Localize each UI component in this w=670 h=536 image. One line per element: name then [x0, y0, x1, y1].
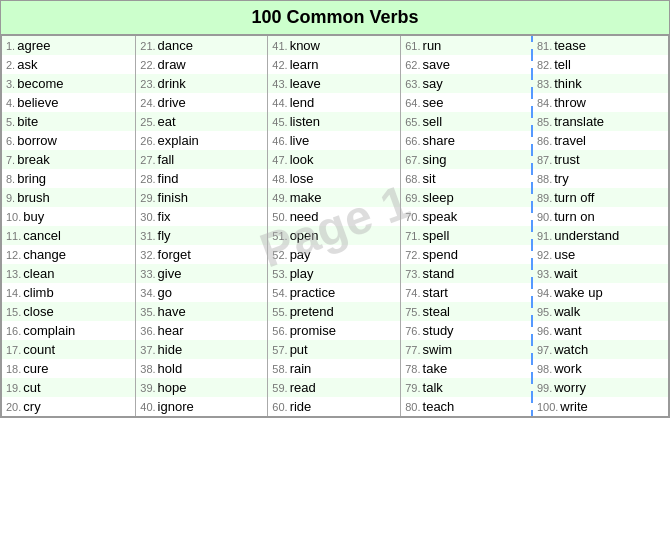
- list-item: 91.understand: [532, 226, 668, 245]
- list-item: 3.become: [2, 74, 136, 93]
- verb-word: study: [423, 323, 454, 338]
- verb-word: sell: [423, 114, 443, 129]
- list-item: 29.finish: [136, 188, 268, 207]
- item-number: 94.: [537, 287, 552, 299]
- table-row: 1.agree21.dance41.know61.run81.tease: [2, 36, 668, 55]
- verb-word: save: [423, 57, 450, 72]
- list-item: 28.find: [136, 169, 268, 188]
- table-row: 20.cry40.ignore60.ride80.teach100.write: [2, 397, 668, 416]
- verb-word: speak: [423, 209, 458, 224]
- item-number: 89.: [537, 192, 552, 204]
- list-item: 56.promise: [268, 321, 401, 340]
- item-number: 78.: [405, 363, 420, 375]
- list-item: 69.sleep: [401, 188, 532, 207]
- verb-word: know: [290, 38, 320, 53]
- verb-word: become: [17, 76, 63, 91]
- list-item: 5.bite: [2, 112, 136, 131]
- item-number: 32.: [140, 249, 155, 261]
- verb-word: explain: [158, 133, 199, 148]
- list-item: 30.fix: [136, 207, 268, 226]
- list-item: 34.go: [136, 283, 268, 302]
- verb-word: rain: [290, 361, 312, 376]
- list-item: 35.have: [136, 302, 268, 321]
- table-row: 18.cure38.hold58.rain78.take98.work: [2, 359, 668, 378]
- list-item: 16.complain: [2, 321, 136, 340]
- verb-word: believe: [17, 95, 58, 110]
- item-number: 92.: [537, 249, 552, 261]
- verb-word: practice: [290, 285, 336, 300]
- verb-word: cry: [23, 399, 40, 414]
- verb-word: walk: [554, 304, 580, 319]
- verb-word: drive: [158, 95, 186, 110]
- item-number: 2.: [6, 59, 15, 71]
- list-item: 7.break: [2, 150, 136, 169]
- list-item: 37.hide: [136, 340, 268, 359]
- item-number: 24.: [140, 97, 155, 109]
- verb-word: watch: [554, 342, 588, 357]
- item-number: 87.: [537, 154, 552, 166]
- verb-word: say: [423, 76, 443, 91]
- table-row: 11.cancel31.fly51.open71.spell91.underst…: [2, 226, 668, 245]
- verb-word: buy: [23, 209, 44, 224]
- item-number: 37.: [140, 344, 155, 356]
- verb-word: find: [158, 171, 179, 186]
- verb-word: listen: [290, 114, 320, 129]
- item-number: 54.: [272, 287, 287, 299]
- table-row: 13.clean33.give53.play73.stand93.wait: [2, 264, 668, 283]
- list-item: 99.worry: [532, 378, 668, 397]
- verb-word: agree: [17, 38, 50, 53]
- verb-word: tease: [554, 38, 586, 53]
- item-number: 60.: [272, 401, 287, 413]
- verb-word: change: [23, 247, 66, 262]
- item-number: 6.: [6, 135, 15, 147]
- list-item: 31.fly: [136, 226, 268, 245]
- item-number: 43.: [272, 78, 287, 90]
- list-item: 79.talk: [401, 378, 532, 397]
- verb-word: translate: [554, 114, 604, 129]
- verb-word: want: [554, 323, 581, 338]
- item-number: 65.: [405, 116, 420, 128]
- item-number: 90.: [537, 211, 552, 223]
- item-number: 96.: [537, 325, 552, 337]
- table-container: Page 1 1.agree21.dance41.know61.run81.te…: [0, 34, 670, 418]
- verb-word: cut: [23, 380, 40, 395]
- verb-word: learn: [290, 57, 319, 72]
- list-item: 81.tease: [532, 36, 668, 55]
- item-number: 21.: [140, 40, 155, 52]
- list-item: 62.save: [401, 55, 532, 74]
- verb-word: give: [158, 266, 182, 281]
- list-item: 9.brush: [2, 188, 136, 207]
- verb-word: close: [23, 304, 53, 319]
- list-item: 93.wait: [532, 264, 668, 283]
- table-row: 10.buy30.fix50.need70.speak90.turn on: [2, 207, 668, 226]
- item-number: 81.: [537, 40, 552, 52]
- item-number: 83.: [537, 78, 552, 90]
- item-number: 93.: [537, 268, 552, 280]
- verb-word: live: [290, 133, 310, 148]
- item-number: 20.: [6, 401, 21, 413]
- table-row: 5.bite25.eat45.listen65.sell85.translate: [2, 112, 668, 131]
- list-item: 2.ask: [2, 55, 136, 74]
- item-number: 86.: [537, 135, 552, 147]
- item-number: 14.: [6, 287, 21, 299]
- list-item: 64.see: [401, 93, 532, 112]
- item-number: 27.: [140, 154, 155, 166]
- verb-word: swim: [423, 342, 453, 357]
- list-item: 48.lose: [268, 169, 401, 188]
- item-number: 56.: [272, 325, 287, 337]
- list-item: 15.close: [2, 302, 136, 321]
- list-item: 4.believe: [2, 93, 136, 112]
- list-item: 10.buy: [2, 207, 136, 226]
- verb-word: count: [23, 342, 55, 357]
- verb-word: brush: [17, 190, 50, 205]
- verb-word: promise: [290, 323, 336, 338]
- list-item: 52.pay: [268, 245, 401, 264]
- verb-word: stand: [423, 266, 455, 281]
- item-number: 34.: [140, 287, 155, 299]
- item-number: 66.: [405, 135, 420, 147]
- list-item: 54.practice: [268, 283, 401, 302]
- verb-word: dance: [158, 38, 193, 53]
- item-number: 59.: [272, 382, 287, 394]
- item-number: 30.: [140, 211, 155, 223]
- verb-word: think: [554, 76, 581, 91]
